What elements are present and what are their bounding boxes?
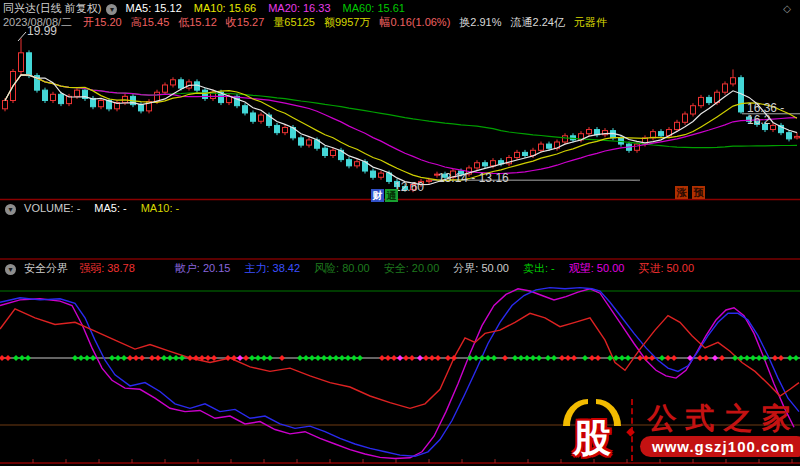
watermark: 股 ◆ 公式之家 www.gszj100.com bbox=[560, 396, 800, 464]
ma-value: MA20: 16.33 bbox=[268, 2, 330, 14]
volume-value: VOLUME: - bbox=[24, 202, 80, 214]
ma-value: MA10: 15.66 bbox=[194, 2, 256, 14]
quote-stat: 额9957万 bbox=[324, 16, 370, 28]
signal-badge: 预 bbox=[692, 186, 705, 199]
price-label: 12.60 bbox=[394, 181, 424, 193]
indicator-pane-header: ▾ 安全分界 强弱: 38.78散户: 20.15主力: 38.42风险: 80… bbox=[3, 262, 708, 275]
brand-name: 公式之家 bbox=[647, 404, 799, 433]
price-label: 16.36 - 16.2 bbox=[747, 102, 800, 126]
price-label: 19.99 bbox=[27, 25, 57, 37]
quote-stat: 高15.45 bbox=[131, 16, 170, 28]
indicator-name[interactable]: 安全分界 bbox=[24, 262, 68, 274]
volume-pane-header: ▾ VOLUME: -MA5: -MA10: - bbox=[3, 202, 193, 215]
stock-title: 同兴达(日线 前复权) bbox=[3, 2, 101, 14]
ma-value: MA60: 15.61 bbox=[343, 2, 405, 14]
volume-value: MA5: - bbox=[94, 202, 126, 214]
indicator-field: 主力: 38.42 bbox=[244, 262, 300, 274]
collapse-indicator-icon[interactable]: ▾ bbox=[5, 264, 16, 275]
trading-app-window: 同兴达(日线 前复权) ▾ MA5: 15.12MA10: 15.66MA20:… bbox=[0, 0, 800, 466]
volume-values: VOLUME: -MA5: -MA10: - bbox=[24, 202, 193, 214]
indicator-field: 风险: 80.00 bbox=[314, 262, 370, 274]
signal-badge: 通 bbox=[385, 189, 398, 202]
indicator-field: 强弱: 38.78 bbox=[79, 262, 135, 274]
ma-value: MA5: 15.12 bbox=[126, 2, 182, 14]
ma-values: MA5: 15.12MA10: 15.66MA20: 16.33MA60: 15… bbox=[126, 2, 417, 14]
indicator-field: 观望: 50.00 bbox=[569, 262, 625, 274]
collapse-volume-icon[interactable]: ▾ bbox=[5, 204, 16, 215]
bull-logo-icon: 股 bbox=[560, 397, 624, 463]
quote-stats: 开15.20高15.45低15.12收15.27量65125额9957万幅0.1… bbox=[83, 16, 616, 28]
quote-stat: 收15.27 bbox=[226, 16, 265, 28]
quote-stat: 量65125 bbox=[273, 16, 315, 28]
quote-stat: 幅0.16(1.06%) bbox=[379, 16, 450, 28]
quote-stat: 开15.20 bbox=[83, 16, 122, 28]
indicator-field: 散户: 20.15 bbox=[175, 262, 231, 274]
indicator-field: 分界: 50.00 bbox=[453, 262, 509, 274]
indicator-values: 强弱: 38.78散户: 20.15主力: 38.42风险: 80.00安全: … bbox=[79, 262, 708, 274]
quote-stat: 低15.12 bbox=[178, 16, 217, 28]
indicator-field: 卖出: - bbox=[523, 262, 555, 274]
quote-stat: 流通2.24亿 bbox=[511, 16, 565, 28]
logo-character: 股 bbox=[560, 413, 624, 464]
price-label: 13.14 - 13.16 bbox=[438, 172, 509, 184]
collapse-main-icon[interactable]: ▾ bbox=[106, 4, 117, 15]
watermark-divider: ◆ bbox=[631, 399, 633, 461]
corner-diamond-icon[interactable]: ◇ bbox=[783, 2, 791, 15]
signal-badge: 财 bbox=[371, 189, 384, 202]
indicator-field: 买进: 50.00 bbox=[638, 262, 694, 274]
watermark-text: 公式之家 www.gszj100.com bbox=[640, 404, 800, 457]
quote-stat: 元器件 bbox=[574, 16, 607, 28]
signal-badge: 涨 bbox=[675, 186, 688, 199]
chart-header-line2: 2023/08/08/二 开15.20高15.45低15.12收15.27量65… bbox=[3, 16, 616, 29]
quote-stat: 换2.91% bbox=[459, 16, 501, 28]
diamond-icon: ◆ bbox=[626, 425, 634, 438]
website-url[interactable]: www.gszj100.com bbox=[640, 436, 800, 457]
volume-value: MA10: - bbox=[141, 202, 180, 214]
indicator-field: 安全: 20.00 bbox=[384, 262, 440, 274]
chart-header-line1: 同兴达(日线 前复权) ▾ MA5: 15.12MA10: 15.66MA20:… bbox=[3, 2, 797, 15]
